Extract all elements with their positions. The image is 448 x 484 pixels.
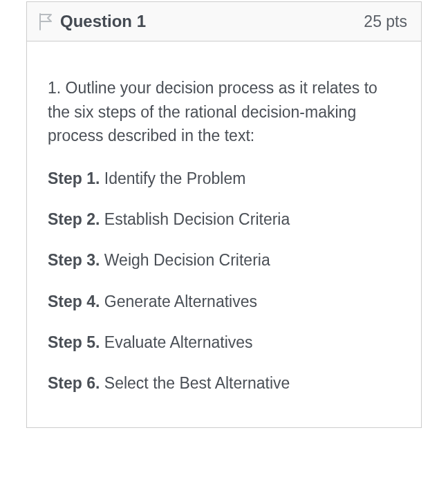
step-text: Select the Best Alternative [100, 374, 290, 392]
question-prompt: 1. Outline your decision process as it r… [48, 76, 400, 148]
step-item: Step 5. Evaluate Alternatives [48, 331, 400, 354]
step-text: Evaluate Alternatives [100, 333, 252, 351]
step-text: Identify the Problem [100, 169, 245, 187]
step-label: Step 4. [48, 292, 100, 310]
step-item: Step 4. Generate Alternatives [48, 290, 400, 313]
step-item: Step 3. Weigh Decision Criteria [48, 249, 400, 272]
step-label: Step 1. [48, 169, 100, 187]
step-item: Step 2. Establish Decision Criteria [48, 208, 400, 231]
question-card: Question 1 25 pts 1. Outline your decisi… [26, 1, 422, 428]
step-item: Step 6. Select the Best Alternative [48, 372, 400, 395]
step-label: Step 6. [48, 374, 100, 392]
step-label: Step 2. [48, 210, 100, 228]
step-text: Establish Decision Criteria [100, 210, 290, 228]
question-body: 1. Outline your decision process as it r… [27, 41, 421, 427]
question-header: Question 1 25 pts [27, 2, 421, 41]
flag-icon[interactable] [38, 12, 53, 30]
step-text: Weigh Decision Criteria [100, 251, 270, 269]
step-text: Generate Alternatives [100, 292, 257, 310]
step-label: Step 5. [48, 333, 100, 351]
step-item: Step 1. Identify the Problem [48, 167, 400, 190]
question-title: Question 1 [60, 12, 364, 31]
question-points: 25 pts [364, 12, 407, 31]
step-label: Step 3. [48, 251, 100, 269]
